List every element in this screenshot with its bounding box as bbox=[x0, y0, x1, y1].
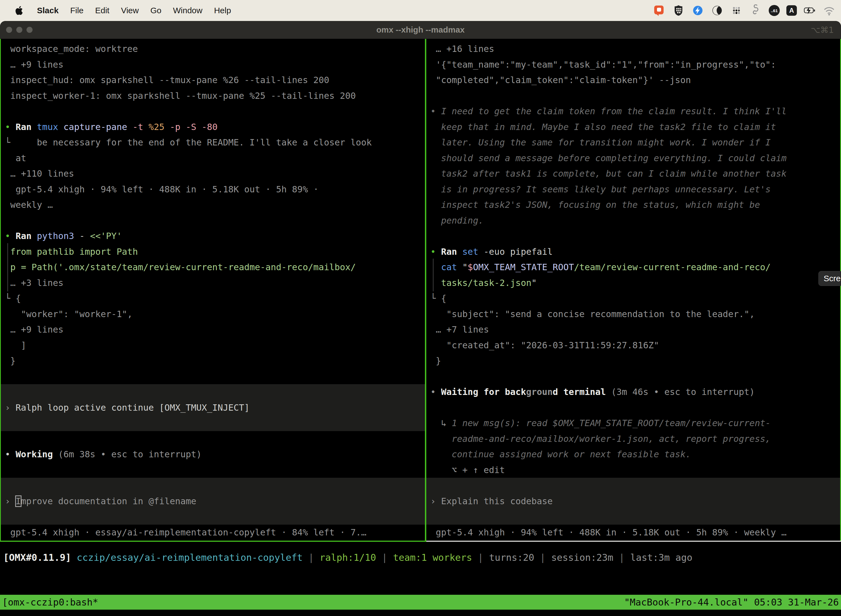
crescent-icon[interactable] bbox=[711, 4, 724, 17]
text-segment: … +16 lines bbox=[431, 44, 494, 54]
text-segment: -80 bbox=[202, 122, 218, 132]
terminal-line: continue assigned work or next feasible … bbox=[426, 447, 840, 462]
text-segment: %25 bbox=[148, 122, 170, 132]
chat-app-icon[interactable] bbox=[653, 4, 665, 17]
menu-item-view[interactable]: View bbox=[121, 6, 139, 15]
terminal-line bbox=[1, 213, 425, 229]
tmux-status-bar: [omx-cczip0:bash* "MacBook-Pro-44.local"… bbox=[0, 595, 841, 610]
close-window-button[interactable] bbox=[6, 27, 12, 33]
terminal-line: is in progress? It seems likely but perh… bbox=[426, 182, 840, 197]
terminal-line: • Working (6m 38s • esc to interrupt) bbox=[1, 447, 425, 462]
text-segment: continue assigned work or next feasible … bbox=[452, 449, 691, 459]
tree-connector-line bbox=[433, 274, 434, 292]
text-segment: › bbox=[5, 402, 16, 413]
tree-connector-line bbox=[7, 243, 8, 260]
terminal-line: inspect task2's JSON, focusing on the st… bbox=[426, 197, 840, 213]
menu-app-name[interactable]: Slack bbox=[37, 6, 59, 15]
terminal-line: ] bbox=[1, 337, 425, 353]
text-segment: workspace_mode: worktree bbox=[5, 44, 138, 54]
terminal-line: "created_at": "2026-03-31T11:59:27.816Z" bbox=[426, 337, 840, 353]
text-segment: <<'PY' bbox=[90, 231, 122, 241]
right-pane[interactable]: … +16 lines '{"team_name":"my-team","tas… bbox=[426, 39, 841, 541]
terminal-line: at bbox=[1, 150, 425, 166]
zoom-window-button[interactable] bbox=[26, 27, 32, 33]
text-segment: from pathlib import Path bbox=[5, 246, 138, 257]
text-segment: last:3m ago bbox=[630, 552, 692, 563]
apple-logo-icon[interactable] bbox=[13, 4, 25, 17]
text-segment: ] bbox=[5, 340, 26, 351]
text-segment: weekly … bbox=[5, 199, 53, 210]
text-segment: readme-and-reco/mailbox/worker-1.json, a… bbox=[452, 434, 771, 444]
text-segment: Ran bbox=[441, 246, 463, 257]
terminal-line bbox=[426, 88, 840, 104]
terminal-line: gpt-5.4 xhigh · essay/ai-reimplementatio… bbox=[1, 525, 425, 540]
text-segment: OMX_TEAM_STATE_ROOT bbox=[473, 262, 574, 273]
text-segment bbox=[431, 262, 441, 273]
terminal-line bbox=[1, 369, 425, 384]
text-segment: "worker": "worker-1", bbox=[5, 309, 132, 319]
text-segment: } bbox=[5, 355, 16, 366]
menu-item-help[interactable]: Help bbox=[214, 6, 231, 15]
gem-bolt-icon[interactable] bbox=[692, 4, 704, 17]
shield-grid-icon[interactable] bbox=[672, 4, 685, 17]
text-segment: "completed","claim_token":"claim-token"}… bbox=[431, 75, 691, 85]
ralph-loop-status[interactable]: › Ralph loop active continue [OMX_TMUX_I… bbox=[1, 400, 425, 416]
text-segment: tmux bbox=[37, 122, 63, 132]
text-segment: Explain this codebase bbox=[441, 496, 553, 506]
squiggle-icon[interactable] bbox=[749, 4, 762, 17]
text-segment: set bbox=[463, 246, 484, 257]
menu-item-edit[interactable]: Edit bbox=[95, 6, 110, 15]
text-segment: | bbox=[534, 552, 551, 563]
menu-item-file[interactable]: File bbox=[70, 6, 84, 15]
window-titlebar[interactable]: omx --xhigh --madmax ⌥⌘1 bbox=[0, 21, 841, 39]
text-segment: - bbox=[79, 231, 90, 241]
terminal-line: } bbox=[1, 353, 425, 369]
text-segment: … +3 lines bbox=[5, 278, 63, 288]
terminal-line bbox=[1, 384, 425, 400]
menu-bar: Slack File Edit View Go Window Help ..61… bbox=[0, 0, 841, 21]
text-segment: (6m 38s • esc to interrupt) bbox=[58, 449, 202, 459]
text-segment: ralph:1/10 bbox=[319, 552, 376, 563]
terminal-line: pending. bbox=[426, 213, 840, 229]
terminal-line: • Ran tmux capture-pane -t %25 -p -S -80 bbox=[1, 119, 425, 135]
text-segment: -euo pipefail bbox=[484, 246, 553, 257]
terminal-line: … +9 lines bbox=[1, 57, 425, 73]
text-segment: } bbox=[431, 355, 441, 366]
terminal-line: gpt-5.4 xhigh · 94% left · 488K in · 5.1… bbox=[426, 525, 840, 540]
wifi-icon[interactable] bbox=[823, 4, 835, 17]
text-segment: " bbox=[532, 278, 537, 288]
terminal-line bbox=[1, 462, 425, 478]
badge-61-icon[interactable]: ..61 bbox=[769, 5, 780, 16]
terminal-line: cat "$OMX_TEAM_STATE_ROOT/team/review-cu… bbox=[426, 260, 840, 275]
terminal-line bbox=[1, 509, 425, 525]
left-pane[interactable]: workspace_mode: worktree … +9 lines insp… bbox=[0, 39, 425, 541]
prompt-input-right[interactable]: › Explain this codebase bbox=[426, 493, 840, 509]
terminal-line: should send a message before completing … bbox=[426, 150, 840, 166]
terminal-line: "worker": "worker-1", bbox=[1, 307, 425, 322]
dots-grid-icon[interactable] bbox=[730, 4, 743, 17]
terminal-line: from pathlib import Path bbox=[1, 244, 425, 260]
text-segment: gpt-5.4 xhigh · 94% left · 488K in · 5.1… bbox=[431, 527, 787, 538]
tmux-panes: workspace_mode: worktree … +9 lines insp… bbox=[0, 39, 841, 541]
text-segment: keep that in mind. Maybe I also need the… bbox=[431, 122, 776, 132]
menu-item-window[interactable]: Window bbox=[173, 6, 202, 15]
text-segment: groun bbox=[526, 387, 553, 397]
battery-icon[interactable] bbox=[803, 4, 816, 17]
terminal-line bbox=[426, 369, 840, 384]
text-segment: └ be necessary for the end of the README… bbox=[5, 137, 372, 148]
terminal-line: task2 after task1 is complete, but can I… bbox=[426, 166, 840, 182]
text-segment: › bbox=[431, 496, 441, 506]
tmux-host-clock: "MacBook-Pro-44.local" 05:03 31-Mar-26 bbox=[624, 595, 841, 610]
terminal-line: "subject": "send a concise recommendatio… bbox=[426, 307, 840, 322]
text-segment: is in progress? It seems likely but perh… bbox=[431, 184, 771, 195]
minimize-window-button[interactable] bbox=[16, 27, 22, 33]
terminal-line: ⌥ + ↑ edit bbox=[426, 462, 840, 478]
text-segment: Working bbox=[16, 449, 58, 459]
text-segment: -p bbox=[170, 122, 186, 132]
text-segment: • bbox=[5, 449, 16, 459]
text-segment bbox=[431, 434, 452, 444]
prompt-input-left[interactable]: › Improve documentation in @filename bbox=[1, 493, 425, 509]
input-source-icon[interactable]: A bbox=[786, 5, 797, 16]
menu-item-go[interactable]: Go bbox=[150, 6, 161, 15]
screenshot-thumbnail[interactable]: Scre bbox=[818, 271, 841, 286]
